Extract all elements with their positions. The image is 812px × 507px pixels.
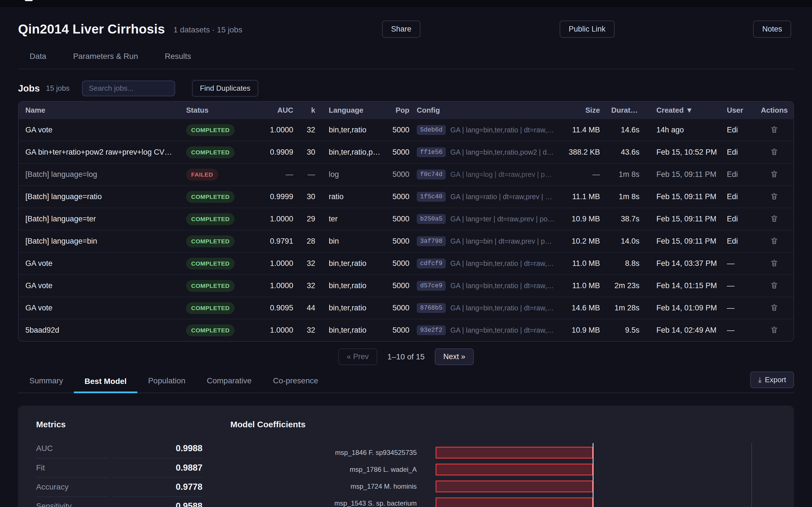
- delete-job-button[interactable]: [769, 280, 779, 291]
- job-created: Feb 15, 09:11 PM: [651, 170, 727, 179]
- main-tabs: Data Parameters & Run Results: [18, 52, 794, 69]
- delete-job-button[interactable]: [769, 124, 779, 136]
- job-user: —: [727, 259, 761, 268]
- job-size: 14.6 MB: [563, 304, 611, 313]
- job-user: —: [727, 326, 761, 335]
- job-pop: 5000: [383, 170, 417, 179]
- job-created: Feb 15, 09:11 PM: [651, 237, 727, 245]
- model-coefficients-title: Model Coefficients: [231, 420, 776, 429]
- tab-results[interactable]: Results: [165, 52, 191, 69]
- job-auc: 1.0000: [255, 126, 293, 134]
- chart-gridline: [751, 443, 752, 507]
- trash-icon: [770, 237, 778, 245]
- job-hash-chip: 8768b5: [417, 303, 446, 313]
- job-language: bin,ter,ratio: [315, 326, 383, 335]
- tab-co-presence[interactable]: Co-presence: [262, 376, 329, 393]
- share-button[interactable]: Share: [382, 20, 420, 38]
- table-row[interactable]: [Batch] language=log FAILED — — log 5000…: [18, 163, 794, 185]
- job-user: Edi: [727, 170, 761, 179]
- job-size: 10.9 MB: [563, 215, 611, 223]
- job-pop: 5000: [383, 192, 417, 201]
- job-k: 30: [293, 148, 315, 157]
- table-row[interactable]: GA vote COMPLETED 1.0000 32 bin,ter,rati…: [18, 274, 794, 297]
- metric-label: Sensitivity: [36, 496, 109, 507]
- job-created: Feb 14, 01:09 PM: [651, 304, 727, 313]
- tab-best-model[interactable]: Best Model: [74, 377, 137, 393]
- table-row[interactable]: GA vote COMPLETED 1.0000 32 bin,ter,rati…: [18, 252, 794, 274]
- job-duration: 14.0s: [611, 237, 651, 245]
- job-k: 44: [293, 304, 315, 313]
- metric-label: Accuracy: [36, 477, 109, 496]
- column-header-language: Language: [315, 106, 383, 115]
- delete-job-button[interactable]: [769, 325, 779, 336]
- prev-page-button[interactable]: « Prev: [338, 348, 377, 365]
- tab-parameters-run[interactable]: Parameters & Run: [73, 52, 138, 69]
- next-page-button[interactable]: Next »: [435, 348, 474, 365]
- trash-icon: [770, 125, 778, 134]
- delete-job-button[interactable]: [769, 258, 779, 269]
- job-pop: 5000: [383, 215, 417, 223]
- coefficient-category-label: msp_1786 L. wadei_A: [231, 461, 417, 478]
- delete-job-button[interactable]: [769, 169, 779, 180]
- search-jobs-input[interactable]: [82, 80, 175, 96]
- page-header: Qin2014 Liver Cirrhosis 1 datasets · 15 …: [18, 20, 794, 38]
- tab-data[interactable]: Data: [30, 52, 46, 69]
- metric-value: 0.9588: [113, 496, 202, 507]
- jobs-toolbar: Jobs 15 jobs Find Duplicates: [18, 80, 794, 97]
- job-hash-chip: ff1e56: [417, 147, 446, 157]
- metric-label: AUC: [36, 439, 109, 458]
- job-hash-chip: 93e2f2: [417, 325, 446, 335]
- trash-icon: [770, 259, 778, 267]
- page-range: 1–10 of 15: [388, 352, 424, 361]
- notes-button[interactable]: Notes: [753, 20, 791, 38]
- job-config: GA | lang=bin | dt=raw,prev | p…: [450, 237, 552, 245]
- tab-summary[interactable]: Summary: [18, 376, 74, 393]
- job-auc: 0.9909: [255, 148, 293, 157]
- app-logo: [25, 0, 33, 1]
- trash-icon: [770, 326, 778, 334]
- table-row[interactable]: [Batch] language=ter COMPLETED 1.0000 29…: [18, 208, 794, 230]
- status-badge: COMPLETED: [186, 147, 235, 158]
- job-hash-chip: d57ce9: [417, 281, 446, 291]
- column-header-created-sort[interactable]: Created ▼: [651, 106, 727, 115]
- job-created: Feb 15, 09:11 PM: [651, 192, 727, 201]
- table-row[interactable]: [Batch] language=ratio COMPLETED 0.9999 …: [18, 185, 794, 208]
- status-badge: COMPLETED: [186, 235, 235, 247]
- metric-row: Fit 0.9887: [36, 458, 202, 477]
- job-language: bin,ter,ratio: [315, 281, 383, 290]
- job-pop: 5000: [383, 148, 417, 157]
- job-pop: 5000: [383, 126, 417, 134]
- public-link-button[interactable]: Public Link: [560, 20, 615, 38]
- job-name: [Batch] language=log: [26, 170, 186, 179]
- find-duplicates-button[interactable]: Find Duplicates: [192, 80, 258, 97]
- delete-job-button[interactable]: [769, 147, 779, 158]
- delete-job-button[interactable]: [769, 213, 779, 225]
- table-row[interactable]: [Batch] language=bin COMPLETED 0.9791 28…: [18, 230, 794, 252]
- tab-population[interactable]: Population: [137, 376, 196, 393]
- job-k: 30: [293, 192, 315, 201]
- job-pop: 5000: [383, 259, 417, 268]
- job-config: GA | lang=bin,ter,ratio | dt=raw,…: [450, 282, 554, 290]
- column-header-size: Size: [563, 106, 611, 115]
- job-config: GA | lang=bin,ter,ratio | dt=raw,…: [450, 326, 554, 334]
- trash-icon: [770, 170, 778, 178]
- delete-job-button[interactable]: [769, 302, 779, 314]
- metric-row: Accuracy 0.9778: [36, 477, 202, 496]
- job-size: —: [563, 170, 611, 179]
- job-duration: 1m 8s: [611, 192, 651, 201]
- table-row[interactable]: 5baad92d COMPLETED 1.0000 32 bin,ter,rat…: [18, 319, 794, 341]
- job-size: 388.2 KB: [563, 148, 611, 157]
- job-created: Feb 14, 02:49 AM: [651, 326, 727, 335]
- delete-job-button[interactable]: [769, 191, 779, 203]
- jobs-count: 15 jobs: [46, 84, 70, 93]
- export-button[interactable]: ⤓Export: [750, 372, 794, 388]
- delete-job-button[interactable]: [769, 235, 779, 247]
- tab-comparative[interactable]: Comparative: [196, 376, 262, 393]
- table-row[interactable]: GA vote COMPLETED 1.0000 32 bin,ter,rati…: [18, 119, 794, 141]
- export-label: Export: [765, 376, 786, 384]
- job-duration: 8.8s: [611, 259, 651, 268]
- table-row[interactable]: GA vote COMPLETED 0.9095 44 bin,ter,rati…: [18, 297, 794, 319]
- table-row[interactable]: GA bin+ter+ratio+pow2 raw+prev+log CV… C…: [18, 141, 794, 163]
- trash-icon: [770, 214, 778, 223]
- job-name: [Batch] language=ter: [26, 215, 186, 223]
